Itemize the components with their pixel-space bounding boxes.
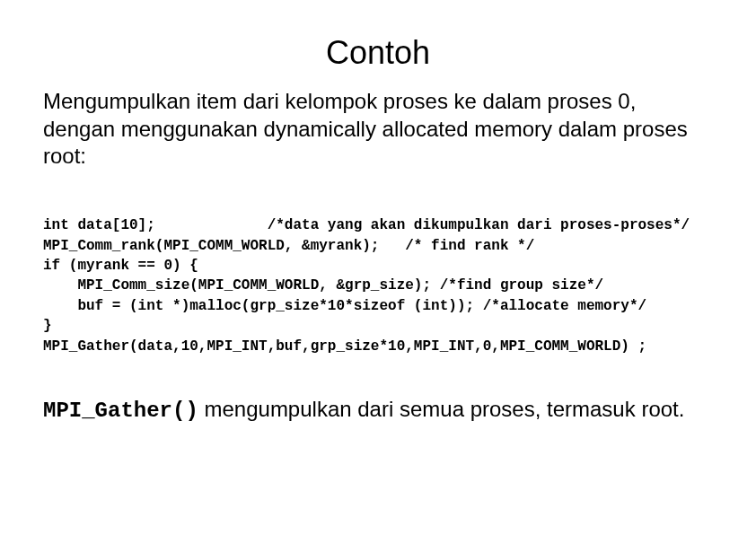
closing-code-token: MPI_Gather() bbox=[43, 399, 198, 423]
intro-paragraph: Mengumpulkan item dari kelompok proses k… bbox=[43, 88, 713, 171]
closing-paragraph: MPI_Gather() mengumpulkan dari semua pro… bbox=[43, 396, 713, 425]
code-block: int data[10]; /*data yang akan dikumpulk… bbox=[43, 215, 713, 356]
slide-title: Contoh bbox=[43, 34, 713, 72]
closing-text: mengumpulkan dari semua proses, termasuk… bbox=[198, 397, 685, 421]
slide: Contoh Mengumpulkan item dari kelompok p… bbox=[0, 0, 756, 535]
